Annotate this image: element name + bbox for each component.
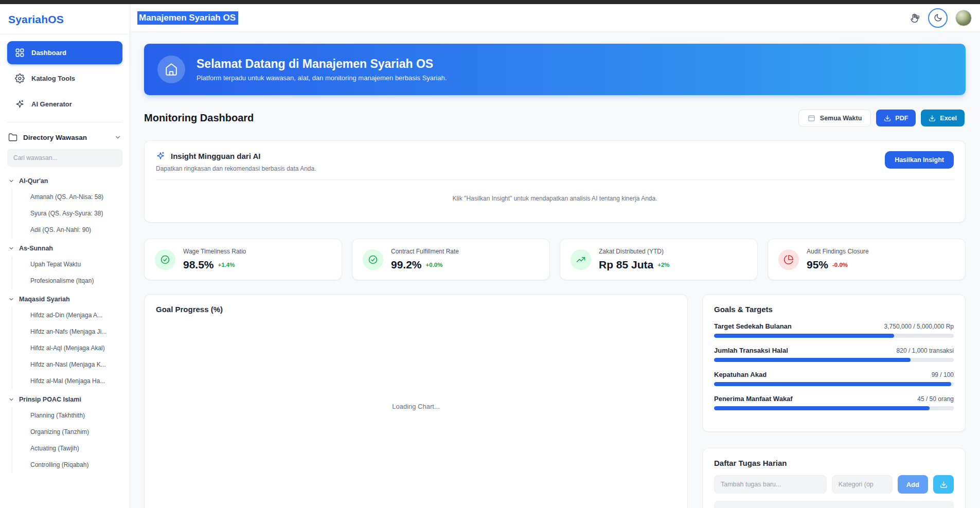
tree-item[interactable]: Organizing (Tanzhim) xyxy=(12,424,126,440)
directory-wawasan-label: Directory Wawasan xyxy=(23,134,87,141)
download-tasks-button[interactable] xyxy=(933,475,954,494)
kpi-label: Contract Fulfillment Rate xyxy=(391,248,459,255)
insight-empty-state: Klik "Hasilkan Insight" untuk mendapatka… xyxy=(156,180,954,217)
export-excel-button[interactable]: Excel xyxy=(921,110,965,126)
chevron-down-icon xyxy=(8,245,14,251)
right-column: Goals & Targets Target Sedekah Bulanan 3… xyxy=(702,294,966,508)
time-filter-button[interactable]: Semua Waktu xyxy=(798,110,871,126)
welcome-banner: Selamat Datang di Manajemen Syariah OS P… xyxy=(144,44,966,95)
tree-item[interactable]: Hifdz al-Aql (Menjaga Akal) xyxy=(12,340,126,356)
moon-icon xyxy=(934,13,942,22)
tree-item[interactable]: Hifdz al-Mal (Menjaga Ha... xyxy=(12,373,126,389)
progress-bar-track xyxy=(714,358,954,362)
tree-section-label: Al-Qur'an xyxy=(19,177,48,185)
progress-bar-fill xyxy=(714,406,930,410)
chevron-down-icon xyxy=(8,178,14,184)
tree-section-label: Prinsip POAC Islami xyxy=(19,396,81,403)
chevron-down-icon xyxy=(114,134,121,141)
tasks-input-row: Add xyxy=(714,475,954,494)
progress-bar-fill xyxy=(714,382,951,386)
sidebar-item-label: Dashboard xyxy=(31,49,66,57)
goal-label: Target Sedekah Bulanan xyxy=(714,322,792,330)
kpi-value: Rp 85 Juta xyxy=(599,259,653,271)
download-icon xyxy=(940,481,948,488)
tree-item[interactable]: Syura (QS. Asy-Syura: 38) xyxy=(12,205,126,222)
goal-label: Kepatuhan Akad xyxy=(714,371,767,378)
kpi-body: Audit Findings Closure 95% -0.0% xyxy=(807,248,869,271)
tree-item[interactable]: Actuating (Tawjih) xyxy=(12,440,126,457)
tree-section-al-quran[interactable]: Al-Qur'an xyxy=(8,174,126,188)
task-category-input[interactable] xyxy=(832,475,893,494)
goal-row-kepatuhan: Kepatuhan Akad 99 / 100 xyxy=(714,371,954,386)
check-circle-icon xyxy=(155,249,175,270)
monitoring-actions: Semua Waktu PDF Excel xyxy=(798,110,965,126)
tree-children: Upah Tepat Waktu Profesionalisme (Itqan) xyxy=(12,256,126,289)
grid-icon xyxy=(15,48,25,58)
tree-item[interactable]: Profesionalisme (Itqan) xyxy=(12,273,126,289)
kpi-card-wage-timeliness: Wage Timeliness Ratio 98.5% +1.4% xyxy=(144,239,342,280)
kpi-row: Wage Timeliness Ratio 98.5% +1.4% C xyxy=(144,239,966,280)
sidebar-item-ai-generator[interactable]: AI Generator xyxy=(7,93,122,116)
welcome-text: Selamat Datang di Manajemen Syariah OS P… xyxy=(197,57,447,82)
export-pdf-button[interactable]: PDF xyxy=(876,110,916,126)
add-task-button[interactable]: Add xyxy=(898,475,928,494)
tree-section-maqasid-syariah[interactable]: Maqasid Syariah xyxy=(8,292,126,306)
monitoring-title: Monitoring Dashboard xyxy=(144,112,254,124)
goal-value: 3,750,000 / 5,000,000 Rp xyxy=(884,323,954,330)
tree-item[interactable]: Hifdz an-Nasl (Menjaga K... xyxy=(12,356,126,373)
tree-item[interactable]: Controlling (Riqabah) xyxy=(12,457,126,473)
insight-title-row: Insight Mingguan dari AI xyxy=(156,151,316,160)
tree-item[interactable]: Planning (Takhthith) xyxy=(12,407,126,424)
sidebar-item-katalog-tools[interactable]: Katalog Tools xyxy=(7,67,122,90)
tree-section-as-sunnah[interactable]: As-Sunnah xyxy=(8,241,126,255)
goal-labels: Target Sedekah Bulanan 3,750,000 / 5,000… xyxy=(714,322,954,330)
generate-insight-button[interactable]: Hasilkan Insight xyxy=(885,151,954,169)
avatar[interactable] xyxy=(955,10,972,26)
dashboard-content: Selamat Datang di Manajemen Syariah OS P… xyxy=(130,32,980,508)
sidebar-item-dashboard[interactable]: Dashboard xyxy=(7,41,122,64)
goal-row-sedekah: Target Sedekah Bulanan 3,750,000 / 5,000… xyxy=(714,322,954,338)
home-icon xyxy=(157,56,185,83)
tree-item[interactable]: Adil (QS. An-Nahl: 90) xyxy=(12,222,126,238)
chart-loading-area: Loading Chart... xyxy=(156,314,676,499)
hand-gesture-icon[interactable] xyxy=(909,12,920,24)
pie-chart-icon xyxy=(778,249,799,270)
tree-children: Amanah (QS. An-Nisa: 58) Syura (QS. Asy-… xyxy=(12,189,126,238)
dark-mode-toggle[interactable] xyxy=(928,8,948,28)
goal-label: Jumlah Transaksi Halal xyxy=(714,347,788,354)
daily-tasks-card: Daftar Tugas Harian Add xyxy=(702,448,966,508)
kpi-delta: +2% xyxy=(657,262,669,268)
welcome-subtitle: Platform terpadu untuk wawasan, alat, da… xyxy=(197,74,447,82)
folder-icon xyxy=(8,133,17,142)
directory-wawasan-header[interactable]: Directory Wawasan xyxy=(0,124,130,146)
chevron-down-icon xyxy=(8,296,14,302)
new-task-input[interactable] xyxy=(714,475,827,494)
task-list-item[interactable] xyxy=(714,501,954,508)
app-logo: SyariahOS xyxy=(8,13,121,26)
kpi-delta: +1.4% xyxy=(218,262,235,268)
goal-labels: Jumlah Transaksi Halal 820 / 1,000 trans… xyxy=(714,347,954,354)
kpi-value: 98.5% xyxy=(183,259,214,271)
tree-section-label: As-Sunnah xyxy=(19,245,53,252)
tree-section-prinsip-poac[interactable]: Prinsip POAC Islami xyxy=(8,392,126,406)
kpi-card-contract-fulfillment: Contract Fulfillment Rate 99.2% +0.0% xyxy=(352,239,550,280)
bottom-row: Goal Progress (%) Loading Chart... Goals… xyxy=(144,294,966,508)
welcome-title: Selamat Datang di Manajemen Syariah OS xyxy=(197,57,447,71)
tree-item[interactable]: Amanah (QS. An-Nisa: 58) xyxy=(12,189,126,205)
kpi-label: Wage Timeliness Ratio xyxy=(183,248,246,255)
tree-section-label: Maqasid Syariah xyxy=(19,296,70,303)
goal-value: 820 / 1,000 transaksi xyxy=(897,347,954,354)
search-input[interactable] xyxy=(7,149,122,167)
tree-item[interactable]: Hifdz an-Nafs (Menjaga Ji... xyxy=(12,323,126,340)
chart-title: Goal Progress (%) xyxy=(156,305,676,314)
page-title: Manajemen Syariah OS xyxy=(137,13,238,23)
tree-item[interactable]: Hifdz ad-Din (Menjaga A... xyxy=(12,307,126,323)
kpi-delta: +0.0% xyxy=(426,262,443,268)
download-icon xyxy=(929,115,936,122)
goal-value: 99 / 100 xyxy=(932,371,954,378)
sparkles-icon xyxy=(156,151,165,160)
window-top-strip xyxy=(0,0,980,4)
tree-item[interactable]: Upah Tepat Waktu xyxy=(12,256,126,273)
goal-label: Penerima Manfaat Wakaf xyxy=(714,395,793,403)
kpi-label: Audit Findings Closure xyxy=(807,248,869,255)
